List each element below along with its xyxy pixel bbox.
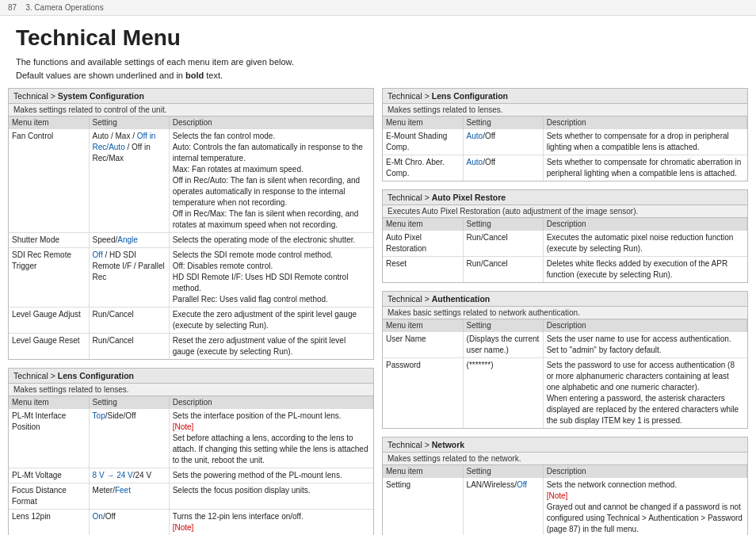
setting-cell: Off / HD SDI Remote I/F / Parallel Rec: [89, 248, 169, 308]
section-subtitle: Executes Auto Pixel Restoration (auto ad…: [383, 205, 747, 218]
description-cell: Sets whether to compensate for chromatic…: [543, 155, 746, 182]
table-header: Menu item: [383, 465, 463, 478]
setting-cell: On/Off: [89, 510, 169, 536]
description-cell: Selects the fan control mode.Auto: Contr…: [169, 129, 372, 233]
intro-block: The functions and available settings of …: [0, 55, 756, 88]
table-row: E-Mt Chro. Aber. Comp.Auto/OffSets wheth…: [383, 155, 747, 182]
section-lens-config-right: Technical > Lens ConfigurationMakes sett…: [382, 88, 748, 182]
table-row: SettingLAN/Wireless/OffSets the network …: [383, 478, 747, 536]
section-table: Menu itemSettingDescriptionUser Name(Dis…: [383, 319, 747, 428]
table-row: Auto Pixel RestorationRun/CancelExecutes…: [383, 231, 747, 257]
section-subtitle: Makes settings related to lenses.: [9, 384, 373, 396]
table-row: E-Mount Shading Comp.Auto/OffSets whethe…: [383, 129, 747, 155]
menu-item-cell: E-Mount Shading Comp.: [383, 129, 463, 155]
section-table: Menu itemSettingDescriptionAuto Pixel Re…: [383, 218, 747, 282]
intro-line2: Default values are shown underlined and …: [16, 69, 740, 82]
section-subtitle: Makes settings related to lenses.: [383, 104, 747, 117]
table-header: Description: [543, 319, 746, 332]
description-cell: Sets the interface position of the PL-mo…: [169, 409, 372, 468]
description-cell: Selects the focus position display units…: [169, 483, 372, 510]
description-cell: Sets the network connection method.[Note…: [543, 478, 746, 536]
section-table: Menu itemSettingDescriptionFan ControlAu…: [9, 117, 373, 359]
setting-cell: Speed/Angle: [89, 233, 169, 248]
table-header: Description: [169, 117, 372, 129]
section-subtitle: Makes basic settings related to network …: [383, 307, 747, 319]
page-number: 87: [8, 3, 17, 12]
table-header: Description: [543, 465, 746, 478]
menu-item-cell: Fan Control: [9, 129, 89, 233]
right-column: Technical > Lens ConfigurationMakes sett…: [382, 88, 748, 535]
table-row: PL-Mt Voltage8 V → 24 V/24 VSets the pow…: [9, 468, 373, 483]
setting-cell: Run/Cancel: [89, 308, 169, 334]
description-cell: Executes the automatic pixel noise reduc…: [543, 231, 746, 257]
section-table: Menu itemSettingDescriptionPL-Mt Interfa…: [9, 396, 373, 535]
menu-item-cell: Password: [383, 358, 463, 429]
setting-cell: 8 V → 24 V/24 V: [89, 468, 169, 483]
description-cell: Sets whether to compensate for a drop in…: [543, 129, 746, 155]
setting-cell: Auto/Off: [463, 129, 543, 155]
page-title: Technical Menu: [0, 16, 756, 55]
menu-item-cell: User Name: [383, 332, 463, 358]
table-header: Setting: [463, 465, 543, 478]
intro-bold: bold: [185, 71, 204, 80]
setting-cell: Meter/Feet: [89, 483, 169, 510]
table-row: ResetRun/CancelDeletes white flecks adde…: [383, 257, 747, 283]
menu-item-cell: PL-Mt Voltage: [9, 468, 89, 483]
table-row: Level Gauge ResetRun/CancelReset the zer…: [9, 334, 373, 360]
section-header: Technical > Authentication: [383, 292, 747, 307]
menu-item-cell: Setting: [383, 478, 463, 536]
table-header: Setting: [463, 319, 543, 332]
intro-post: text.: [204, 71, 223, 80]
setting-cell: (Displays the current user name.): [463, 332, 543, 358]
table-header: Setting: [463, 218, 543, 231]
menu-item-cell: Shutter Mode: [9, 233, 89, 248]
table-header: Description: [543, 117, 746, 129]
table-header: Setting: [89, 396, 169, 409]
menu-item-cell: Lens 12pin: [9, 510, 89, 536]
table-header: Description: [543, 218, 746, 231]
section-header: Technical > Auto Pixel Restore: [383, 190, 747, 205]
intro-line1: The functions and available settings of …: [16, 55, 740, 69]
table-row: Fan ControlAuto / Max / Off in Rec/Auto …: [9, 129, 373, 233]
section-header: Technical > Network: [383, 438, 747, 453]
setting-cell: (*******): [463, 358, 543, 429]
section-authentication: Technical > AuthenticationMakes basic se…: [382, 291, 748, 429]
setting-cell: Run/Cancel: [463, 231, 543, 257]
section-lens-config-left: Technical > Lens ConfigurationMakes sett…: [8, 368, 374, 535]
menu-item-cell: SDI Rec Remote Trigger: [9, 248, 89, 308]
description-cell: Deletes white flecks added by execution …: [543, 257, 746, 283]
section-subtitle: Makes settings related to the network.: [383, 453, 747, 465]
intro-pre: Default values are shown underlined and …: [16, 71, 185, 80]
description-cell: Sets the password to use for access auth…: [543, 358, 746, 429]
section-network: Technical > NetworkMakes settings relate…: [382, 437, 748, 535]
menu-item-cell: PL-Mt Interface Position: [9, 409, 89, 468]
section-header: Technical > Lens Configuration: [9, 369, 373, 384]
menu-item-cell: Level Gauge Reset: [9, 334, 89, 360]
section-header: Technical > System Configuration: [9, 89, 373, 104]
description-cell: Selects the operating mode of the electr…: [169, 233, 372, 248]
table-row: Shutter ModeSpeed/AngleSelects the opera…: [9, 233, 373, 248]
description-cell: Sets the user name to use for access aut…: [543, 332, 746, 358]
table-row: PL-Mt Interface PositionTop/Side/OffSets…: [9, 409, 373, 468]
menu-item-cell: Level Gauge Adjust: [9, 308, 89, 334]
section-table: Menu itemSettingDescriptionSettingLAN/Wi…: [383, 465, 747, 535]
description-cell: Execute the zero adjustment of the spiri…: [169, 308, 372, 334]
table-header: Menu item: [383, 319, 463, 332]
table-header: Setting: [89, 117, 169, 129]
menu-item-cell: Reset: [383, 257, 463, 283]
table-row: Focus Distance FormatMeter/FeetSelects t…: [9, 483, 373, 510]
table-header: Menu item: [9, 396, 89, 409]
setting-cell: Top/Side/Off: [89, 409, 169, 468]
table-header: Menu item: [9, 117, 89, 129]
table-row: SDI Rec Remote TriggerOff / HD SDI Remot…: [9, 248, 373, 308]
setting-cell: Run/Cancel: [89, 334, 169, 360]
section-label: 3. Camera Operations: [25, 3, 103, 12]
section-sys-config: Technical > System ConfigurationMakes se…: [8, 88, 374, 360]
table-row: Level Gauge AdjustRun/CancelExecute the …: [9, 308, 373, 334]
table-header: Menu item: [383, 117, 463, 129]
section-auto-pixel: Technical > Auto Pixel RestoreExecutes A…: [382, 189, 748, 283]
table-header: Menu item: [383, 218, 463, 231]
section-subtitle: Makes settings related to control of the…: [9, 104, 373, 117]
table-row: User Name(Displays the current user name…: [383, 332, 747, 358]
menu-item-cell: Focus Distance Format: [9, 483, 89, 510]
